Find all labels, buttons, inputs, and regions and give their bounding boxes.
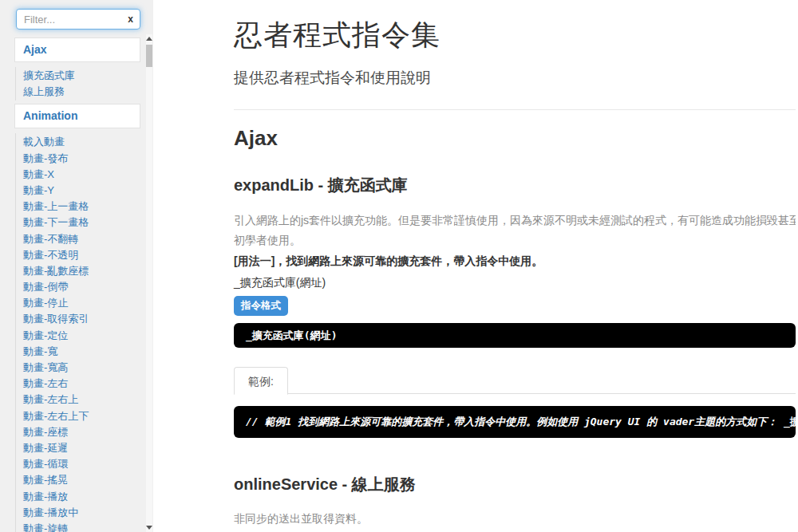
expandlib-description: 引入網路上的js套件以擴充功能。但是要非常謹慎使用，因為來源不明或未經測試的程式… — [234, 211, 796, 250]
filter-clear-button[interactable]: x — [128, 13, 133, 26]
code-call-prefix: _擴充函式庫( — [784, 416, 796, 428]
sidebar-link[interactable]: 動畫-X — [16, 167, 145, 183]
page-title: 忍者程式指令集 — [234, 16, 796, 55]
sidebar-link[interactable]: 擴充函式庫 — [16, 68, 145, 84]
sidebar-link[interactable]: 動畫-延遲 — [16, 440, 145, 456]
sidebar-link[interactable]: 動畫-Y — [16, 183, 145, 199]
list-item: 動畫-延遲 — [16, 440, 145, 456]
sidebar-link[interactable]: 動畫-亂數座標 — [16, 263, 145, 279]
list-item: 動畫-寬 — [16, 344, 145, 360]
list-item: 擴充函式庫 — [16, 68, 145, 84]
list-item: 動畫-亂數座標 — [16, 263, 145, 279]
page-header: 忍者程式指令集 提供忍者程式指令和使用說明 — [234, 16, 796, 110]
list-item: 動畫-不透明 — [16, 247, 145, 263]
list-item: 動畫-播放 — [16, 489, 145, 505]
tab-example[interactable]: 範例: — [234, 367, 288, 395]
list-item: 動畫-寬高 — [16, 360, 145, 376]
example-tab-row: 範例: — [234, 366, 796, 394]
list-item: 動畫-左右上下 — [16, 408, 145, 424]
description-line: 引入網路上的js套件以擴充功能。但是要非常謹慎使用，因為來源不明或未經測試的程式… — [234, 211, 796, 231]
sidebar-group-header-animation[interactable]: Animation — [14, 104, 140, 128]
list-item: 動畫-發布 — [16, 151, 145, 167]
list-item: 動畫-定位 — [16, 328, 145, 344]
code-comment: // 範例1 找到網路上來源可靠的擴充套件，帶入指令中使用。例如使用 jQuer… — [246, 416, 777, 428]
list-item: 動畫-下一畫格 — [16, 215, 145, 231]
sidebar-nav-list: Ajax 擴充函式庫 線上服務 Animation 載入動畫 動畫-發布 — [0, 34, 145, 532]
list-item: 動畫-循環 — [16, 456, 145, 472]
sidebar-link[interactable]: 動畫-搖晃 — [16, 472, 145, 488]
sidebar-link[interactable]: 動畫-播放中 — [16, 505, 145, 521]
syntax-code-block: _擴充函式庫(網址) — [234, 323, 796, 348]
sidebar-link[interactable]: 動畫-寬高 — [16, 360, 145, 376]
sidebar-link[interactable]: 動畫-旋轉 — [16, 521, 145, 532]
list-item: 動畫-左右 — [16, 376, 145, 392]
filter-wrap: x — [16, 9, 140, 30]
list-item: 動畫-旋轉 — [16, 521, 145, 532]
sidebar-link[interactable]: 動畫-寬 — [16, 344, 145, 360]
list-item: 載入動畫 — [16, 134, 145, 150]
command-format-badge[interactable]: 指令格式 — [234, 296, 288, 316]
sidebar-group-header-ajax[interactable]: Ajax — [14, 37, 140, 62]
list-item: 動畫-X — [16, 167, 145, 183]
list-item: 動畫-倒帶 — [16, 279, 145, 295]
description-line: 初學者使用。 — [234, 231, 796, 250]
sidebar-link[interactable]: 動畫-倒帶 — [16, 279, 145, 295]
expandlib-usage-note: [用法一]，找到網路上來源可靠的擴充套件，帶入指令中使用。 — [234, 254, 796, 268]
sidebar-link[interactable]: 載入動畫 — [16, 134, 145, 150]
page-subtitle: 提供忍者程式指令和使用說明 — [234, 68, 796, 89]
section-heading-expandlib: expandLib - 擴充函式庫 — [234, 175, 796, 196]
sidebar: x Ajax 擴充函式庫 線上服務 Animation 載入動畫 — [0, 0, 153, 532]
list-item: 動畫-不翻轉 — [16, 231, 145, 247]
list-item: 動畫-播放中 — [16, 505, 145, 521]
sidebar-group-ajax-items: 擴充函式庫 線上服務 — [15, 67, 145, 100]
sidebar-link[interactable]: 動畫-下一畫格 — [16, 215, 145, 231]
list-item: 動畫-取得索引 — [16, 311, 145, 327]
list-item: 動畫-搖晃 — [16, 472, 145, 488]
sidebar-link[interactable]: 動畫-左右上 — [16, 392, 145, 408]
sidebar-link[interactable]: 動畫-停止 — [16, 295, 145, 311]
code-text: _擴充函式庫(網址) — [246, 329, 337, 341]
section-heading-ajax: Ajax — [234, 126, 796, 151]
sidebar-group-animation-items: 載入動畫 動畫-發布 動畫-X 動畫-Y 動畫-上一畫格 — [15, 133, 145, 532]
sidebar-link[interactable]: 動畫-播放 — [16, 489, 145, 505]
scroll-up-icon[interactable] — [146, 37, 152, 41]
expandlib-syntax-text: _擴充函式庫(網址) — [234, 275, 796, 290]
list-item: 線上服務 — [16, 84, 145, 100]
main-content: 忍者程式指令集 提供忍者程式指令和使用說明 Ajax expandLib - 擴… — [153, 0, 798, 532]
scroll-down-icon[interactable] — [146, 526, 152, 530]
example-code-block: // 範例1 找到網路上來源可靠的擴充套件，帶入指令中使用。例如使用 jQuer… — [234, 406, 796, 438]
sidebar-link[interactable]: 動畫-上一畫格 — [16, 199, 145, 215]
onlineservice-description: 非同步的送出並取得資料。 — [234, 511, 796, 526]
sidebar-link[interactable]: 動畫-取得索引 — [16, 311, 145, 327]
section-heading-onlineservice: onlineService - 線上服務 — [234, 474, 796, 495]
list-item: 動畫-座標 — [16, 424, 145, 440]
sidebar-link[interactable]: 動畫-座標 — [16, 424, 145, 440]
sidebar-link[interactable]: 動畫-左右 — [16, 376, 145, 392]
sidebar-link[interactable]: 線上服務 — [16, 84, 145, 100]
sidebar-link[interactable]: 動畫-不翻轉 — [16, 231, 145, 247]
sidebar-scrollbar[interactable] — [146, 34, 152, 532]
sidebar-link[interactable]: 動畫-定位 — [16, 328, 145, 344]
scrollbar-thumb[interactable] — [146, 45, 152, 67]
sidebar-link[interactable]: 動畫-發布 — [16, 151, 145, 167]
sidebar-link[interactable]: 動畫-不透明 — [16, 247, 145, 263]
list-item: 動畫-Y — [16, 183, 145, 199]
sidebar-link[interactable]: 動畫-循環 — [16, 456, 145, 472]
list-item: 動畫-上一畫格 — [16, 199, 145, 215]
filter-input[interactable] — [16, 9, 140, 30]
sidebar-link[interactable]: 動畫-左右上下 — [16, 408, 145, 424]
list-item: 動畫-左右上 — [16, 392, 145, 408]
list-item: 動畫-停止 — [16, 295, 145, 311]
